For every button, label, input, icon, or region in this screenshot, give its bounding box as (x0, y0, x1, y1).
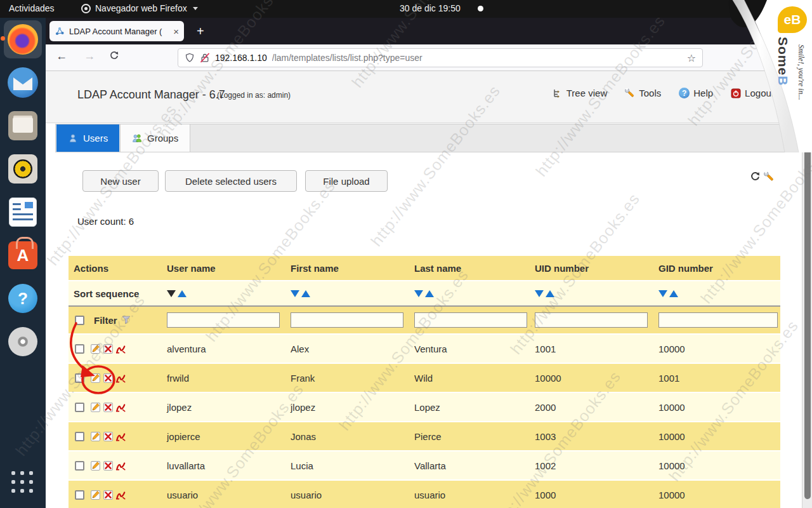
browser-tab[interactable]: LDAP Account Manager ( (49, 21, 184, 41)
sort-asc-icon[interactable] (301, 290, 310, 297)
dock-disc[interactable] (4, 323, 42, 361)
row-checkbox[interactable] (75, 344, 84, 354)
filter-input-user-name[interactable] (167, 312, 280, 328)
edit-icon[interactable] (90, 402, 101, 413)
user-icon (68, 133, 78, 144)
delete-icon[interactable] (103, 431, 114, 442)
nav-tools[interactable]: Tools (625, 88, 661, 98)
dock-files[interactable] (4, 107, 42, 145)
col-uid-number[interactable]: UID number (530, 256, 653, 280)
vertical-scrollbar[interactable] (802, 71, 812, 508)
dock-firefox[interactable] (4, 20, 42, 58)
edit-icon[interactable] (90, 344, 101, 354)
show-applications-button[interactable] (4, 464, 42, 502)
cell-last-name: Wild (409, 364, 530, 392)
app-menu-button[interactable]: Navegador web Firefox (81, 3, 198, 13)
pdf-icon[interactable] (115, 402, 126, 413)
insecure-lock-icon[interactable] (200, 53, 210, 63)
nav-tree-view[interactable]: Tree view (553, 88, 607, 98)
delete-selected-users-button[interactable]: Delete selected users (165, 170, 297, 192)
shield-icon[interactable] (185, 53, 195, 63)
dock-help[interactable] (4, 279, 42, 318)
table-row: alventura Alex Ventura 1001 10000 (69, 335, 780, 364)
back-button[interactable] (56, 50, 67, 63)
col-last-name[interactable]: Last name (409, 256, 530, 280)
row-checkbox[interactable] (75, 490, 84, 500)
url-bar[interactable]: 192.168.1.10 /lam/templates/lists/list.p… (178, 48, 703, 67)
browser-toolbar: 192.168.1.10 /lam/templates/lists/list.p… (46, 44, 812, 71)
nav-help[interactable]: Help (679, 88, 713, 98)
sort-desc-icon[interactable] (414, 290, 423, 297)
filter-input-uid-number[interactable] (535, 312, 648, 328)
new-user-button[interactable]: New user (82, 170, 159, 192)
pdf-icon[interactable] (115, 460, 126, 471)
notification-dot (478, 6, 483, 11)
edit-icon[interactable] (90, 373, 101, 384)
refresh-icon[interactable] (750, 171, 761, 182)
delete-icon[interactable] (103, 460, 114, 471)
tab-close-icon[interactable] (173, 26, 179, 37)
clock[interactable]: 30 de dic 19:50 (400, 3, 461, 13)
filter-row: Filter (69, 307, 780, 335)
edit-icon[interactable] (90, 431, 101, 442)
sort-desc-icon[interactable] (167, 290, 176, 297)
scrollbar-thumb[interactable] (804, 75, 811, 499)
help-icon (679, 88, 690, 98)
delete-icon[interactable] (103, 373, 114, 384)
dock-ubuntu-software[interactable] (4, 236, 42, 274)
sort-asc-icon[interactable] (178, 290, 187, 297)
row-checkbox[interactable] (75, 461, 84, 471)
tab-groups[interactable]: Groups (120, 124, 190, 152)
sort-desc-icon[interactable] (658, 290, 667, 297)
writer-icon (9, 197, 37, 227)
filter-input-first-name[interactable] (291, 312, 403, 328)
pdf-icon[interactable] (115, 490, 126, 500)
filter-input-last-name[interactable] (414, 312, 527, 328)
dock-rhythmbox[interactable] (4, 150, 42, 188)
select-all-checkbox[interactable] (75, 316, 84, 325)
forward-button[interactable] (84, 50, 95, 63)
col-user-name[interactable]: User name (162, 256, 285, 280)
edit-icon[interactable] (90, 460, 101, 471)
pdf-icon[interactable] (115, 373, 126, 384)
col-gid-number[interactable]: GID number (653, 256, 780, 280)
pdf-icon[interactable] (115, 431, 126, 442)
new-tab-button[interactable] (197, 24, 204, 39)
dock-thunderbird[interactable] (4, 64, 42, 102)
delete-icon[interactable] (103, 402, 114, 413)
edit-icon[interactable] (90, 490, 101, 500)
table-row: jlopez jlopez Lopez 2000 10000 (69, 393, 780, 422)
sort-desc-icon[interactable] (535, 290, 544, 297)
lam-header: LDAP Account Manager - 6.7 (Logged in as… (46, 71, 812, 123)
sort-desc-icon[interactable] (291, 290, 299, 297)
tab-users[interactable]: Users (56, 124, 119, 152)
filter-input-gid-number[interactable] (658, 312, 778, 328)
cell-last-name: Ventura (409, 335, 530, 363)
sort-asc-icon[interactable] (425, 290, 434, 297)
activities-button[interactable]: Actividades (9, 3, 55, 13)
users-table: Actions User name First name Last name U… (69, 256, 780, 508)
cell-uid-number: 1002 (530, 451, 653, 479)
row-checkbox[interactable] (75, 432, 84, 441)
dock-libreoffice-writer[interactable] (4, 193, 42, 231)
reload-button[interactable] (109, 51, 119, 61)
nav-logout[interactable]: Logout (731, 88, 774, 98)
delete-icon[interactable] (103, 344, 114, 354)
funnel-icon[interactable] (121, 315, 131, 325)
pdf-icon[interactable] (115, 344, 126, 354)
lam-nav: Tree view Tools Help Logout (553, 88, 774, 98)
table-row: frwild Frank Wild 10000 1001 (69, 364, 780, 393)
row-checkbox[interactable] (75, 403, 84, 412)
list-settings-wrench-icon[interactable] (764, 171, 775, 182)
sort-asc-icon[interactable] (546, 290, 554, 297)
disc-icon (8, 327, 37, 356)
col-first-name[interactable]: First name (285, 256, 409, 280)
sort-asc-icon[interactable] (669, 290, 678, 297)
row-checkbox[interactable] (75, 373, 84, 383)
delete-icon[interactable] (103, 490, 114, 500)
files-icon (8, 111, 37, 140)
cell-gid-number: 10000 (653, 335, 780, 363)
bookmark-star-icon[interactable] (687, 52, 696, 64)
tree-view-icon (553, 88, 563, 98)
file-upload-button[interactable]: File upload (305, 170, 388, 192)
